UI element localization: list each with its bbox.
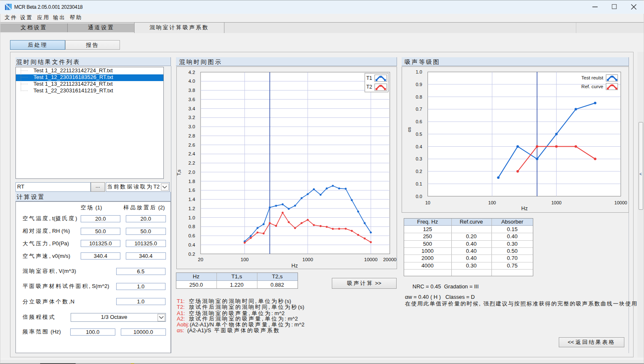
svg-text:0.1: 0.1: [415, 181, 422, 186]
svg-text:2.2: 2.2: [188, 160, 195, 165]
svg-text:T2: T2: [366, 84, 372, 90]
svg-text:2.0: 2.0: [188, 170, 195, 175]
svg-text:10000: 10000: [364, 257, 377, 262]
svg-text:0.4: 0.4: [188, 242, 195, 247]
svg-text:1.0: 1.0: [415, 69, 422, 74]
svg-text:2.8: 2.8: [188, 133, 195, 138]
svg-text:T,s: T,s: [176, 169, 181, 176]
svg-text:10: 10: [425, 200, 430, 205]
svg-text:10000: 10000: [614, 200, 627, 205]
svg-text:4.0: 4.0: [188, 79, 195, 84]
svg-text:0.7: 0.7: [415, 107, 422, 112]
svg-text:0.3: 0.3: [415, 156, 422, 161]
svg-text:Hz: Hz: [291, 263, 298, 269]
svg-text:2.4: 2.4: [188, 151, 195, 156]
svg-text:20000: 20000: [383, 257, 396, 262]
svg-text:4.2: 4.2: [188, 70, 195, 75]
svg-text:0.8: 0.8: [188, 224, 195, 229]
svg-text:3.6: 3.6: [188, 97, 195, 102]
svg-text:0.2: 0.2: [415, 169, 422, 174]
svg-text:1.6: 1.6: [188, 188, 195, 193]
svg-text:Test reulst: Test reulst: [581, 75, 603, 80]
svg-text:100: 100: [488, 200, 496, 205]
svg-text:Hz: Hz: [521, 206, 527, 211]
svg-text:2.6: 2.6: [188, 143, 195, 148]
svg-text:3.2: 3.2: [188, 115, 195, 120]
svg-text:0.8: 0.8: [415, 94, 422, 99]
svg-text:1.8: 1.8: [188, 179, 195, 184]
svg-text:0.2: 0.2: [188, 252, 195, 257]
svg-text:0.6: 0.6: [188, 233, 195, 238]
svg-text:0.4: 0.4: [415, 144, 422, 149]
svg-text:100: 100: [240, 257, 248, 262]
svg-text:3.4: 3.4: [188, 106, 195, 111]
svg-text:0.0: 0.0: [415, 194, 422, 199]
svg-text:0.6: 0.6: [415, 119, 422, 124]
svg-text:T1: T1: [366, 75, 372, 81]
svg-text:1000: 1000: [551, 200, 561, 205]
svg-text:3.0: 3.0: [188, 124, 195, 129]
svg-text:1.4: 1.4: [188, 197, 195, 202]
svg-text:1.2: 1.2: [188, 206, 195, 211]
svg-text:1.0: 1.0: [188, 215, 195, 220]
svg-text:1000: 1000: [302, 257, 313, 262]
svg-text:0.9: 0.9: [415, 82, 422, 87]
svg-text:αs: αs: [406, 127, 411, 132]
svg-text:Ref. curve: Ref. curve: [581, 84, 603, 89]
svg-text:3.8: 3.8: [188, 88, 195, 93]
svg-text:20: 20: [198, 257, 203, 262]
svg-text:0.5: 0.5: [415, 132, 422, 137]
